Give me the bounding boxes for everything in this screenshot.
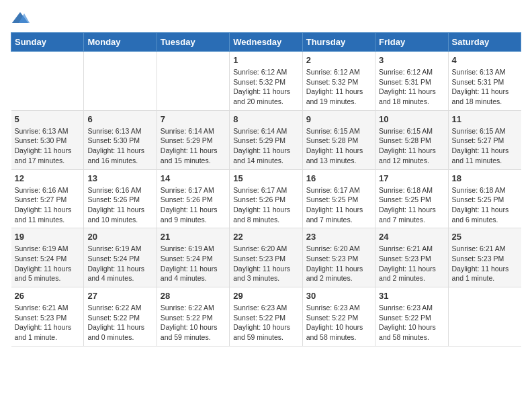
day-info: Sunrise: 6:13 AM Sunset: 5:30 PM Dayligh… [15, 126, 81, 166]
day-info: Sunrise: 6:14 AM Sunset: 5:29 PM Dayligh… [233, 126, 298, 166]
day-cell [11, 52, 84, 111]
day-cell: 12Sunrise: 6:16 AM Sunset: 5:27 PM Dayli… [11, 169, 84, 228]
day-info: Sunrise: 6:21 AM Sunset: 5:23 PM Dayligh… [452, 244, 518, 283]
day-cell: 29Sunrise: 6:23 AM Sunset: 5:22 PM Dayli… [230, 287, 302, 347]
calendar-table: SundayMondayTuesdayWednesdayThursdayFrid… [11, 32, 521, 347]
week-row-5: 26Sunrise: 6:21 AM Sunset: 5:23 PM Dayli… [11, 287, 521, 347]
day-info: Sunrise: 6:19 AM Sunset: 5:24 PM Dayligh… [161, 244, 226, 283]
header [11, 11, 521, 26]
day-info: Sunrise: 6:19 AM Sunset: 5:24 PM Dayligh… [15, 244, 81, 283]
day-cell: 17Sunrise: 6:18 AM Sunset: 5:25 PM Dayli… [375, 169, 448, 228]
day-number: 20 [87, 232, 152, 242]
day-cell: 13Sunrise: 6:16 AM Sunset: 5:26 PM Dayli… [84, 169, 157, 228]
day-number: 13 [87, 173, 152, 183]
day-cell: 1Sunrise: 6:12 AM Sunset: 5:32 PM Daylig… [230, 52, 302, 111]
col-header-thursday: Thursday [302, 33, 375, 52]
week-row-3: 12Sunrise: 6:16 AM Sunset: 5:27 PM Dayli… [11, 169, 521, 228]
day-number: 5 [15, 114, 81, 124]
day-number: 27 [87, 291, 152, 301]
day-info: Sunrise: 6:22 AM Sunset: 5:22 PM Dayligh… [87, 303, 152, 342]
day-cell: 8Sunrise: 6:14 AM Sunset: 5:29 PM Daylig… [230, 110, 302, 169]
day-cell: 31Sunrise: 6:23 AM Sunset: 5:22 PM Dayli… [375, 287, 448, 347]
day-info: Sunrise: 6:13 AM Sunset: 5:31 PM Dayligh… [452, 67, 518, 107]
day-info: Sunrise: 6:12 AM Sunset: 5:31 PM Dayligh… [379, 67, 444, 107]
day-number: 2 [306, 55, 371, 65]
day-cell: 30Sunrise: 6:23 AM Sunset: 5:22 PM Dayli… [302, 287, 375, 347]
day-info: Sunrise: 6:19 AM Sunset: 5:24 PM Dayligh… [87, 244, 152, 283]
logo-icon [11, 11, 30, 26]
day-cell: 28Sunrise: 6:22 AM Sunset: 5:22 PM Dayli… [157, 287, 229, 347]
day-number: 17 [379, 173, 444, 183]
day-info: Sunrise: 6:18 AM Sunset: 5:25 PM Dayligh… [452, 185, 518, 225]
day-cell: 21Sunrise: 6:19 AM Sunset: 5:24 PM Dayli… [157, 228, 229, 287]
day-number: 9 [306, 114, 371, 124]
day-info: Sunrise: 6:21 AM Sunset: 5:23 PM Dayligh… [379, 244, 444, 283]
day-info: Sunrise: 6:18 AM Sunset: 5:25 PM Dayligh… [379, 185, 444, 225]
day-info: Sunrise: 6:16 AM Sunset: 5:27 PM Dayligh… [15, 185, 81, 225]
day-number: 15 [233, 173, 298, 183]
day-cell: 2Sunrise: 6:12 AM Sunset: 5:32 PM Daylig… [302, 52, 375, 111]
day-cell: 19Sunrise: 6:19 AM Sunset: 5:24 PM Dayli… [11, 228, 84, 287]
day-info: Sunrise: 6:15 AM Sunset: 5:27 PM Dayligh… [452, 126, 518, 166]
day-info: Sunrise: 6:12 AM Sunset: 5:32 PM Dayligh… [233, 67, 298, 107]
day-info: Sunrise: 6:17 AM Sunset: 5:25 PM Dayligh… [306, 185, 371, 225]
day-cell: 7Sunrise: 6:14 AM Sunset: 5:29 PM Daylig… [157, 110, 229, 169]
day-info: Sunrise: 6:20 AM Sunset: 5:23 PM Dayligh… [233, 244, 298, 283]
day-cell: 4Sunrise: 6:13 AM Sunset: 5:31 PM Daylig… [448, 52, 521, 111]
logo [11, 11, 32, 26]
day-info: Sunrise: 6:23 AM Sunset: 5:22 PM Dayligh… [233, 303, 298, 342]
day-number: 14 [161, 173, 226, 183]
header-row: SundayMondayTuesdayWednesdayThursdayFrid… [11, 33, 521, 52]
col-header-saturday: Saturday [448, 33, 521, 52]
day-cell: 22Sunrise: 6:20 AM Sunset: 5:23 PM Dayli… [230, 228, 302, 287]
day-number: 24 [379, 232, 444, 242]
day-number: 26 [15, 291, 81, 301]
day-cell: 5Sunrise: 6:13 AM Sunset: 5:30 PM Daylig… [11, 110, 84, 169]
day-info: Sunrise: 6:13 AM Sunset: 5:30 PM Dayligh… [87, 126, 152, 166]
day-info: Sunrise: 6:15 AM Sunset: 5:28 PM Dayligh… [379, 126, 444, 166]
day-cell: 11Sunrise: 6:15 AM Sunset: 5:27 PM Dayli… [448, 110, 521, 169]
day-number: 7 [161, 114, 226, 124]
col-header-wednesday: Wednesday [230, 33, 302, 52]
day-cell: 25Sunrise: 6:21 AM Sunset: 5:23 PM Dayli… [448, 228, 521, 287]
day-cell: 27Sunrise: 6:22 AM Sunset: 5:22 PM Dayli… [84, 287, 157, 347]
col-header-friday: Friday [375, 33, 448, 52]
day-cell: 24Sunrise: 6:21 AM Sunset: 5:23 PM Dayli… [375, 228, 448, 287]
day-number: 6 [87, 114, 152, 124]
day-cell: 3Sunrise: 6:12 AM Sunset: 5:31 PM Daylig… [375, 52, 448, 111]
day-cell: 15Sunrise: 6:17 AM Sunset: 5:26 PM Dayli… [230, 169, 302, 228]
day-cell [448, 287, 521, 347]
day-number: 1 [233, 55, 298, 65]
day-number: 22 [233, 232, 298, 242]
day-number: 19 [15, 232, 81, 242]
col-header-tuesday: Tuesday [157, 33, 229, 52]
col-header-sunday: Sunday [11, 33, 84, 52]
day-number: 18 [452, 173, 518, 183]
day-info: Sunrise: 6:12 AM Sunset: 5:32 PM Dayligh… [306, 67, 371, 107]
day-cell: 16Sunrise: 6:17 AM Sunset: 5:25 PM Dayli… [302, 169, 375, 228]
day-number: 4 [452, 55, 518, 65]
day-number: 11 [452, 114, 518, 124]
day-cell: 23Sunrise: 6:20 AM Sunset: 5:23 PM Dayli… [302, 228, 375, 287]
day-info: Sunrise: 6:21 AM Sunset: 5:23 PM Dayligh… [15, 303, 81, 342]
day-info: Sunrise: 6:15 AM Sunset: 5:28 PM Dayligh… [306, 126, 371, 166]
day-info: Sunrise: 6:23 AM Sunset: 5:22 PM Dayligh… [306, 303, 371, 342]
day-info: Sunrise: 6:16 AM Sunset: 5:26 PM Dayligh… [87, 185, 152, 225]
day-number: 8 [233, 114, 298, 124]
day-number: 28 [161, 291, 226, 301]
day-info: Sunrise: 6:20 AM Sunset: 5:23 PM Dayligh… [306, 244, 371, 283]
day-cell [157, 52, 229, 111]
day-cell [84, 52, 157, 111]
day-info: Sunrise: 6:23 AM Sunset: 5:22 PM Dayligh… [379, 303, 444, 342]
day-number: 12 [15, 173, 81, 183]
day-cell: 6Sunrise: 6:13 AM Sunset: 5:30 PM Daylig… [84, 110, 157, 169]
day-cell: 14Sunrise: 6:17 AM Sunset: 5:26 PM Dayli… [157, 169, 229, 228]
col-header-monday: Monday [84, 33, 157, 52]
day-number: 23 [306, 232, 371, 242]
week-row-4: 19Sunrise: 6:19 AM Sunset: 5:24 PM Dayli… [11, 228, 521, 287]
day-number: 16 [306, 173, 371, 183]
day-number: 3 [379, 55, 444, 65]
day-cell: 26Sunrise: 6:21 AM Sunset: 5:23 PM Dayli… [11, 287, 84, 347]
day-number: 31 [379, 291, 444, 301]
day-info: Sunrise: 6:17 AM Sunset: 5:26 PM Dayligh… [161, 185, 226, 225]
